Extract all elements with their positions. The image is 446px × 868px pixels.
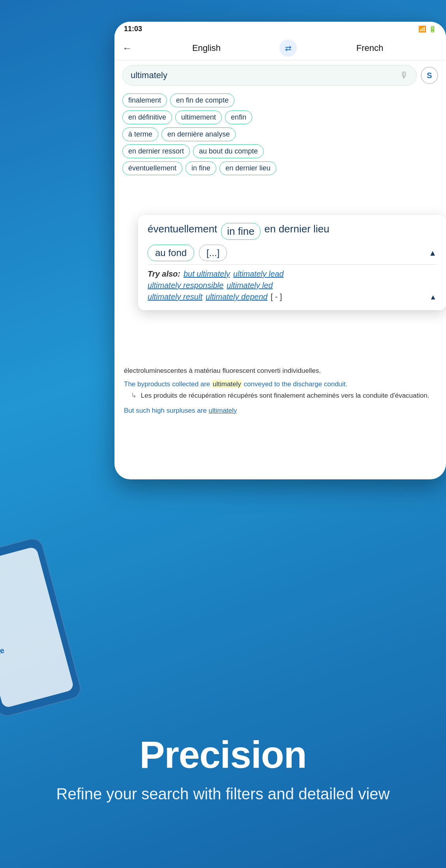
translation-chip[interactable]: en dernier ressort bbox=[122, 144, 190, 158]
swap-icon: ⇄ bbox=[285, 43, 292, 53]
highlight-ultimately: ultimately bbox=[212, 380, 242, 388]
example-english-text: The byproducts collected are ultimately … bbox=[124, 379, 437, 389]
swap-languages-button[interactable]: ⇄ bbox=[279, 39, 297, 57]
bg-phone-label: nte bbox=[0, 632, 57, 657]
settings-button[interactable]: S bbox=[421, 67, 438, 84]
search-query-text: ultimately bbox=[131, 70, 167, 80]
suggestion-ultimately-responsible[interactable]: ultimately responsible bbox=[148, 281, 223, 290]
suggestion-ultimately-led[interactable]: ultimately led bbox=[227, 281, 273, 290]
expanded-row-2: au fond [...] ▲ bbox=[148, 245, 437, 261]
search-input[interactable]: ultimately 🎙 bbox=[122, 65, 417, 86]
status-time: 11:03 bbox=[124, 25, 142, 33]
suggestion-but-ultimately[interactable]: but ultimately bbox=[184, 269, 230, 279]
translation-chip[interactable]: finalement bbox=[122, 94, 167, 107]
battery-icon: 🔋 bbox=[429, 25, 437, 33]
translations-chips-area: finalement en fin de compte en définitiv… bbox=[114, 90, 446, 181]
expanded-chip-infine[interactable]: in fine bbox=[221, 223, 260, 240]
microphone-icon[interactable]: 🎙 bbox=[400, 70, 409, 80]
precision-subtitle: Refine your search with filters and deta… bbox=[0, 783, 446, 805]
settings-icon: S bbox=[427, 71, 432, 80]
translation-chip[interactable]: en fin de compte bbox=[170, 94, 234, 107]
try-also-row-3: ultimately result ultimately depend [ - … bbox=[148, 292, 437, 301]
translation-row-3: à terme en dernière analyse bbox=[122, 127, 438, 141]
back-button[interactable]: ← bbox=[122, 43, 132, 54]
search-bar: ultimately 🎙 S bbox=[114, 60, 446, 90]
translation-row-1: finalement en fin de compte bbox=[122, 94, 438, 107]
try-also-row-1: Try also: but ultimately ultimately lead bbox=[148, 269, 437, 279]
bottom-section: Precision Refine your search with filter… bbox=[0, 733, 446, 805]
translation-chip[interactable]: en dernière analyse bbox=[161, 127, 236, 141]
translation-chip[interactable]: au bout du compte bbox=[193, 144, 264, 158]
precision-title: Precision bbox=[0, 733, 446, 776]
expanded-row-1: éventuellement in fine en dernier lieu bbox=[148, 223, 437, 240]
try-also-row-2: ultimately responsible ultimately led bbox=[148, 281, 437, 290]
example-translation-text: ↳ Les produits de récupération récupérés… bbox=[131, 391, 437, 401]
status-bar: 11:03 📶 🔋 bbox=[114, 22, 446, 36]
expanded-translation-card: éventuellement in fine en dernier lieu a… bbox=[138, 215, 446, 310]
expanded-chip-plain[interactable]: éventuellement bbox=[148, 223, 217, 240]
suggestion-ultimately-lead[interactable]: ultimately lead bbox=[233, 269, 284, 279]
status-icons: 📶 🔋 bbox=[418, 25, 437, 33]
collapse-icon[interactable]: ▲ bbox=[429, 249, 437, 258]
bracket-label[interactable]: [ - ] bbox=[271, 292, 282, 301]
example-sentences-area: électroluminescentes à matériau fluoresc… bbox=[114, 361, 446, 422]
suggestion-ultimately-result[interactable]: ultimately result bbox=[148, 292, 202, 301]
ellipsis-chip[interactable]: [...] bbox=[199, 245, 227, 261]
example-partial-text: But such high surpluses are ultimately bbox=[124, 406, 437, 416]
translation-chip[interactable]: en dernier lieu bbox=[219, 161, 276, 175]
background-phone: ☆ 🔔 ☆ 🔔 nte bbox=[0, 536, 83, 719]
expanded-chip-endernierlieu[interactable]: en dernier lieu bbox=[264, 223, 330, 240]
try-also-label: Try also: bbox=[148, 269, 180, 279]
main-phone: 11:03 📶 🔋 ← English ⇄ French ultimately … bbox=[114, 22, 446, 479]
translation-chip[interactable]: enfin bbox=[225, 110, 252, 124]
bg-phone-screen: ☆ 🔔 ☆ 🔔 nte bbox=[0, 546, 74, 708]
example-french-text: électroluminescentes à matériau fluoresc… bbox=[124, 366, 437, 376]
arrow-icon: ↳ bbox=[131, 392, 137, 399]
translation-chip[interactable]: à terme bbox=[122, 127, 158, 141]
signal-icon: 📶 bbox=[418, 25, 426, 33]
translation-chip[interactable]: in fine bbox=[186, 161, 216, 175]
translation-chip[interactable]: éventuellement bbox=[122, 161, 182, 175]
cut-off-ultimately: ultimately bbox=[209, 407, 237, 414]
collapse-icon-2[interactable]: ▲ bbox=[429, 293, 437, 301]
translation-chip[interactable]: en définitive bbox=[122, 110, 172, 124]
translation-row-5: éventuellement in fine en dernier lieu bbox=[122, 161, 438, 175]
au-fond-chip[interactable]: au fond bbox=[148, 245, 194, 261]
language-from[interactable]: English bbox=[138, 43, 275, 53]
suggestion-ultimately-depend[interactable]: ultimately depend bbox=[206, 292, 268, 301]
translator-header: ← English ⇄ French bbox=[114, 36, 446, 60]
try-also-section: Try also: but ultimately ultimately lead… bbox=[148, 264, 437, 301]
language-to[interactable]: French bbox=[302, 43, 438, 53]
translation-row-4: en dernier ressort au bout du compte bbox=[122, 144, 438, 158]
translation-row-2: en définitive ultimement enfin bbox=[122, 110, 438, 124]
translation-chip[interactable]: ultimement bbox=[175, 110, 222, 124]
